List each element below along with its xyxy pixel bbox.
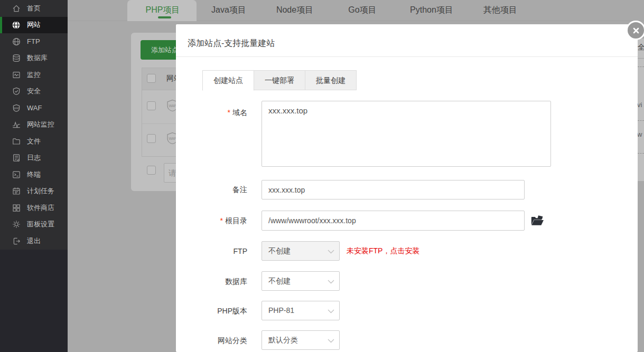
note-label: 备注 xyxy=(176,185,247,195)
background-panel-edge xyxy=(638,39,644,181)
toolbar-divider xyxy=(638,58,644,59)
folder-picker-icon[interactable] xyxy=(530,214,544,227)
modal-title: 添加站点-支持批量建站 xyxy=(188,38,275,49)
sidebar-item-label: 计划任务 xyxy=(27,186,54,196)
row-checkbox[interactable] xyxy=(147,101,156,110)
sidebar-item-label: 面板设置 xyxy=(27,220,54,229)
select-all-checkbox[interactable] xyxy=(147,74,156,83)
required-asterisk: * xyxy=(220,216,223,225)
sidebar-item-label: WAF xyxy=(27,104,42,112)
sidebar-item-label: 首页 xyxy=(27,4,41,13)
sidebar-item-label: 文件 xyxy=(27,137,41,146)
app-grid-icon xyxy=(11,203,21,213)
sidebar-item-label: 软件商店 xyxy=(27,203,54,213)
database-select[interactable]: 不创建 xyxy=(262,271,340,291)
category-filter-fragment[interactable]: 全部 xyxy=(638,43,644,52)
row-divider xyxy=(638,120,644,121)
globe-icon xyxy=(11,20,21,30)
row-checkbox[interactable] xyxy=(147,134,156,143)
chevron-down-icon xyxy=(328,309,334,313)
tab-node[interactable]: Node项目 xyxy=(276,5,313,16)
close-button[interactable] xyxy=(626,21,644,40)
tab-batch-create[interactable]: 批量创建 xyxy=(305,70,357,90)
log-document-icon xyxy=(11,153,21,163)
waf-shield-icon: WAF xyxy=(11,103,21,113)
gear-icon xyxy=(11,220,21,230)
php-version-label: PHP版本 xyxy=(176,307,247,316)
required-asterisk: * xyxy=(228,108,230,117)
tab-go[interactable]: Go项目 xyxy=(348,5,376,16)
domain-label: *域名 xyxy=(176,108,247,118)
modal-tabs: 创建站点 一键部署 批量创建 xyxy=(202,70,357,91)
site-category-label: 网站分类 xyxy=(176,336,247,346)
add-site-modal: 添加站点-支持批量建站 创建站点 一键部署 批量创建 *域名 xxx.xxx.t… xyxy=(176,24,638,352)
folder-icon xyxy=(11,136,21,146)
table-cell-fragment: w xyxy=(637,130,642,138)
sidebar-item-logs[interactable]: 日志 xyxy=(0,150,68,167)
sidebar-item-label: FTP xyxy=(27,37,40,45)
php-version-select[interactable]: PHP-81 xyxy=(262,301,340,320)
sidebar-item-site-monitor[interactable]: 网站监控 xyxy=(0,117,68,134)
database-label: 数据库 xyxy=(176,277,247,287)
ftp-install-warning[interactable]: 未安装FTP，点击安装 xyxy=(347,246,419,256)
sidebar-item-terminal[interactable]: 终端 xyxy=(0,166,68,183)
tab-php[interactable]: PHP项目 xyxy=(146,5,180,16)
sidebar-item-database[interactable]: 数据库 xyxy=(0,50,68,67)
ftp-label: FTP xyxy=(176,247,247,255)
ftp-globe-icon xyxy=(11,36,21,46)
table-cell-fragment: vi xyxy=(637,101,642,109)
sidebar-item-label: 数据库 xyxy=(27,53,48,63)
sidebar-item-security[interactable]: 安全 xyxy=(0,83,68,100)
sidebar-item-label: 日志 xyxy=(27,153,41,163)
tab-one-click-deploy[interactable]: 一键部署 xyxy=(254,70,305,90)
pulse-icon xyxy=(11,120,21,130)
root-dir-input[interactable] xyxy=(262,211,525,231)
sidebar-item-label: 安全 xyxy=(27,87,41,96)
sidebar-item-label: 终端 xyxy=(27,170,41,179)
chevron-down-icon xyxy=(328,280,334,284)
sidebar-item-home[interactable]: 首页 xyxy=(0,0,68,17)
site-category-select[interactable]: 默认分类 xyxy=(262,330,340,350)
active-tab-underline xyxy=(158,16,171,18)
note-input[interactable] xyxy=(262,180,525,199)
sidebar-item-label: 监控 xyxy=(27,70,41,80)
sidebar-item-appstore[interactable]: 软件商店 xyxy=(0,199,68,216)
tab-other[interactable]: 其他项目 xyxy=(483,5,517,16)
ftp-select[interactable]: 不创建 xyxy=(262,241,340,261)
logout-icon xyxy=(11,236,21,246)
row-divider xyxy=(638,153,644,154)
monitor-icon xyxy=(11,70,21,80)
sidebar-item-label: 退出 xyxy=(27,236,41,246)
svg-text:WAF: WAF xyxy=(169,104,176,108)
active-indicator xyxy=(0,17,2,34)
batch-checkbox[interactable] xyxy=(147,166,156,175)
tab-create-site[interactable]: 创建站点 xyxy=(202,70,254,91)
sidebar-item-ftp[interactable]: FTP xyxy=(0,33,68,50)
database-icon xyxy=(11,53,21,63)
home-icon xyxy=(11,3,21,13)
tab-python[interactable]: Python项目 xyxy=(410,5,453,16)
calendar-icon xyxy=(11,186,21,196)
sidebar: 首页 网站 FTP 数据库 监控 安全 WAF WAF 网站监控 xyxy=(0,0,68,352)
terminal-icon xyxy=(11,169,21,179)
sidebar-item-website[interactable]: 网站 xyxy=(0,17,68,34)
sidebar-item-waf[interactable]: WAF WAF xyxy=(0,100,68,117)
sidebar-item-files[interactable]: 文件 xyxy=(0,133,68,150)
sidebar-item-logout[interactable]: 退出 xyxy=(0,233,68,250)
sidebar-item-label: 网站 xyxy=(27,20,41,30)
row-divider xyxy=(638,66,644,67)
sidebar-item-settings[interactable]: 面板设置 xyxy=(0,216,68,233)
project-type-tabbar: PHP项目 Java项目 Node项目 Go项目 Python项目 其他项目 xyxy=(68,0,644,21)
domain-textarea[interactable]: xxx.xxx.top xyxy=(262,101,551,167)
svg-text:WAF: WAF xyxy=(13,107,18,109)
shield-check-icon xyxy=(11,87,21,97)
sidebar-item-monitor[interactable]: 监控 xyxy=(0,66,68,83)
modal-title-divider xyxy=(176,56,638,57)
svg-text:WAF: WAF xyxy=(169,137,176,140)
root-dir-label: *根目录 xyxy=(176,216,247,226)
tab-java[interactable]: Java项目 xyxy=(211,5,246,16)
sidebar-item-label: 网站监控 xyxy=(27,120,54,129)
chevron-down-icon xyxy=(328,339,334,343)
close-icon xyxy=(632,27,640,34)
sidebar-item-cron[interactable]: 计划任务 xyxy=(0,183,68,200)
